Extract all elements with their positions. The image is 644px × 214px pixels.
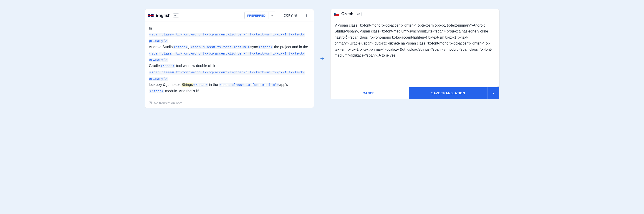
source-string-content: In<span class='tx-font-mono tx-bg-accent… xyxy=(145,22,314,98)
note-icon xyxy=(148,101,152,105)
source-text-highlight: Strings xyxy=(182,83,193,87)
markup-token: </span> xyxy=(160,64,175,68)
flag-cz-icon xyxy=(334,12,339,16)
translation-input[interactable] xyxy=(330,19,499,87)
source-text: sync xyxy=(250,45,258,49)
copy-icon xyxy=(294,14,298,17)
markup-token: <span class='tx-font-medium'> xyxy=(190,45,250,49)
cancel-button[interactable]: CANCEL xyxy=(330,87,409,99)
preferred-badge[interactable]: PREFERRED xyxy=(244,11,268,19)
markup-token: </span> xyxy=(258,45,273,49)
svg-point-2 xyxy=(306,14,307,15)
chevron-down-icon xyxy=(271,14,274,17)
source-text: module. And that's it! xyxy=(164,89,199,93)
more-vertical-icon xyxy=(305,14,308,17)
source-text: in the xyxy=(208,83,219,87)
markup-token: <span class='tx-font-medium'> xyxy=(219,83,279,87)
target-language-name: Czech xyxy=(342,11,354,16)
markup-token: </span> xyxy=(149,89,164,93)
markup-token: <span class='tx-font-mono tx-bg-accent-l… xyxy=(149,52,305,62)
source-panel: English en PREFERRED COPY In<span class=… xyxy=(145,9,314,108)
source-text: Android Studio xyxy=(149,45,173,49)
target-language-code: cs xyxy=(356,12,362,16)
source-text: tool window double click xyxy=(175,64,215,68)
translation-editor: English en PREFERRED COPY In<span class=… xyxy=(145,9,500,108)
markup-token: <span class='tx-font-mono tx-bg-accent-l… xyxy=(149,71,305,81)
translation-note-placeholder: No translation note xyxy=(154,101,183,105)
source-language-name: English xyxy=(156,13,170,18)
target-panel: Czech cs CANCEL SAVE TRANSLATION xyxy=(330,9,500,99)
copy-button[interactable]: COPY xyxy=(281,11,300,19)
source-header: English en PREFERRED COPY xyxy=(145,9,314,22)
target-footer: CANCEL SAVE TRANSLATION xyxy=(330,87,499,99)
save-dropdown-button[interactable] xyxy=(488,87,499,99)
target-header: Czech cs xyxy=(330,9,499,19)
source-text: In xyxy=(149,26,152,30)
source-text: localazy &gt; upload xyxy=(149,83,182,87)
svg-point-3 xyxy=(306,15,307,16)
source-text: Gradle xyxy=(149,64,160,68)
arrow-right-icon xyxy=(320,56,324,61)
translation-note-row[interactable]: No translation note xyxy=(145,98,314,108)
source-language-code: en xyxy=(173,13,179,17)
markup-token: </span> xyxy=(173,45,188,49)
preferred-dropdown-button[interactable] xyxy=(268,11,276,19)
flag-uk-icon xyxy=(148,14,154,17)
more-menu-button[interactable] xyxy=(303,11,310,19)
save-translation-button[interactable]: SAVE TRANSLATION xyxy=(409,87,488,99)
markup-token: </span> xyxy=(193,83,208,87)
copy-label: COPY xyxy=(284,14,293,17)
chevron-down-icon xyxy=(492,92,495,95)
svg-point-4 xyxy=(306,16,307,17)
source-text: the project and in the xyxy=(273,45,308,49)
markup-token: <span class='tx-font-mono tx-bg-accent-l… xyxy=(149,33,305,43)
direction-arrow xyxy=(320,56,325,61)
source-text: app's xyxy=(279,83,288,87)
